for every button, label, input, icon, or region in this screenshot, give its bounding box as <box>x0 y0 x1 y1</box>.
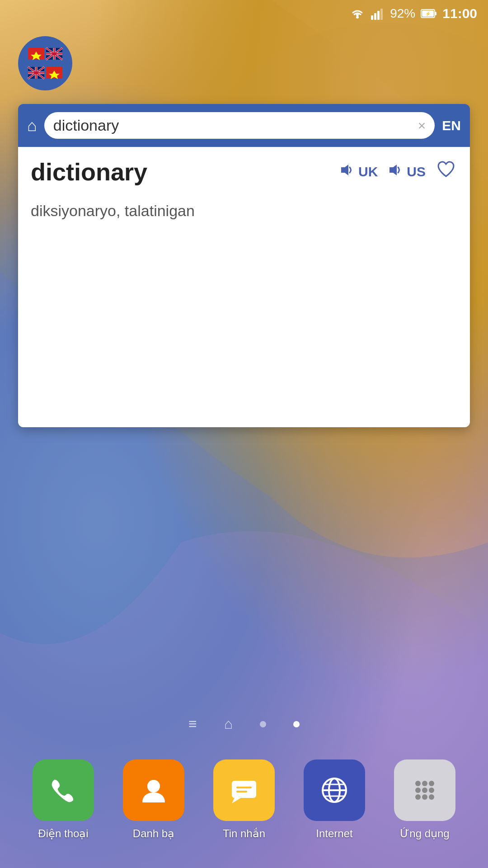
favorite-button[interactable] <box>435 158 457 185</box>
internet-icon <box>304 760 365 821</box>
svg-rect-4 <box>377 11 380 20</box>
contacts-label: Danh bạ <box>133 827 174 840</box>
status-icons: 92% ⚡ 11:00 <box>349 6 477 21</box>
nav-menu-icon[interactable]: ≡ <box>188 716 197 732</box>
search-input-text[interactable]: dictionary <box>53 117 413 134</box>
nav-dot-1 <box>260 721 266 727</box>
dock: Điện thoại Danh bạ Tin nhắn <box>0 746 488 868</box>
svg-point-47 <box>422 781 427 786</box>
apps-label: Ứng dụng <box>400 827 449 840</box>
us-speaker-icon <box>387 162 403 182</box>
dock-item-internet[interactable]: Internet <box>304 760 365 840</box>
dict-app-icon-svg <box>27 45 63 81</box>
word-row: dictionary UK US <box>31 158 457 186</box>
svg-rect-39 <box>236 787 252 788</box>
dock-item-contacts[interactable]: Danh bạ <box>123 760 184 840</box>
messages-icon <box>213 760 275 821</box>
svg-rect-5 <box>380 9 383 20</box>
home-button[interactable]: ⌂ <box>27 116 37 135</box>
dict-app-icon[interactable] <box>18 36 72 90</box>
svg-point-52 <box>415 794 421 800</box>
time: 11:00 <box>442 6 477 21</box>
svg-rect-37 <box>232 781 256 798</box>
word-heading: dictionary <box>31 158 329 186</box>
signal-icon <box>371 7 385 20</box>
nav-dot-2 <box>293 721 300 727</box>
clear-button[interactable]: × <box>418 118 426 133</box>
uk-speaker-icon <box>338 162 355 182</box>
search-bar: ⌂ dictionary × EN <box>18 104 470 147</box>
us-label: US <box>407 164 426 179</box>
svg-rect-2 <box>371 15 373 20</box>
svg-point-48 <box>429 781 434 786</box>
status-bar: 92% ⚡ 11:00 <box>0 0 488 27</box>
translation-text: diksiyonaryo, talatinigan <box>31 199 457 222</box>
svg-rect-40 <box>236 791 247 793</box>
phone-icon <box>33 760 94 821</box>
dict-card: ⌂ dictionary × EN dictionary UK <box>18 104 470 427</box>
nav-home-icon[interactable]: ⌂ <box>224 716 233 732</box>
wifi-icon <box>349 7 366 20</box>
nav-bar: ≡ ⌂ <box>0 716 488 732</box>
svg-point-49 <box>415 788 421 793</box>
battery-percent: 92% <box>390 6 415 21</box>
svg-rect-7 <box>435 12 436 15</box>
dict-result-area: dictionary UK US <box>18 147 470 427</box>
uk-label: UK <box>358 164 378 179</box>
svg-marker-34 <box>341 165 348 175</box>
dock-item-messages[interactable]: Tin nhắn <box>213 760 275 840</box>
us-pronunciation-button[interactable]: US <box>387 162 426 182</box>
svg-point-54 <box>429 794 434 800</box>
dock-item-apps[interactable]: Ứng dụng <box>394 760 455 840</box>
svg-point-51 <box>429 788 434 793</box>
internet-label: Internet <box>316 827 352 840</box>
battery-icon: ⚡ <box>421 9 437 19</box>
svg-point-36 <box>147 780 160 793</box>
svg-rect-3 <box>374 13 376 20</box>
messages-label: Tin nhắn <box>223 827 265 840</box>
contacts-icon <box>123 760 184 821</box>
svg-point-53 <box>422 794 427 800</box>
apps-icon <box>394 760 455 821</box>
search-input-wrap: dictionary × <box>44 112 435 139</box>
svg-point-46 <box>415 781 421 786</box>
dock-item-phone[interactable]: Điện thoại <box>33 760 94 840</box>
svg-marker-38 <box>232 798 241 803</box>
svg-point-1 <box>356 16 359 19</box>
phone-label: Điện thoại <box>38 827 88 840</box>
language-button[interactable]: EN <box>442 118 461 133</box>
svg-text:⚡: ⚡ <box>425 11 431 17</box>
svg-point-50 <box>422 788 427 793</box>
svg-marker-35 <box>389 165 397 175</box>
uk-pronunciation-button[interactable]: UK <box>338 162 378 182</box>
